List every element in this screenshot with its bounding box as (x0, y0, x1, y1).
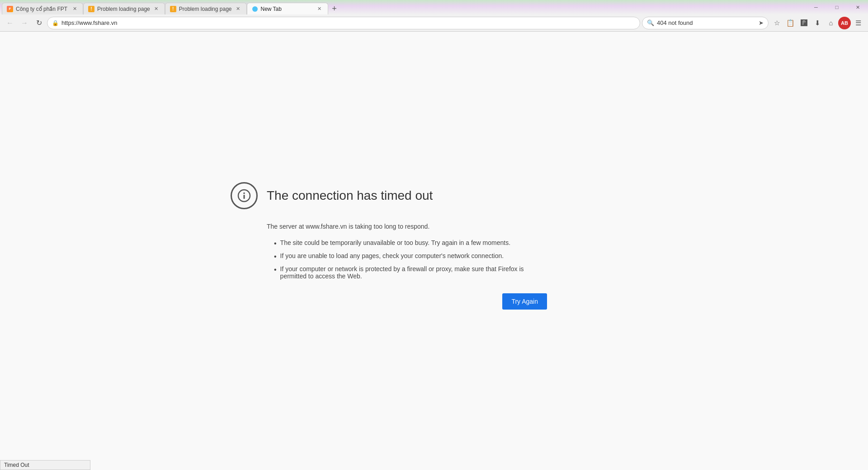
new-tab-button[interactable]: + (328, 3, 341, 14)
status-bar: Timed Out (0, 460, 90, 470)
browser-chrome: F Công ty cổ phần FPT ✕ ! Problem loadin… (0, 0, 868, 32)
lock-icon: 🔒 (52, 20, 59, 26)
tab-fpt-label: Công ty cổ phần FPT (16, 6, 68, 12)
list-item: If your computer or network is protected… (274, 265, 547, 280)
minimize-button[interactable]: ─ (806, 0, 826, 14)
status-text: Timed Out (4, 462, 29, 468)
list-item-text-3: If your computer or network is protected… (280, 265, 547, 280)
list-item: The site could be temporarily unavailabl… (274, 239, 547, 248)
warning-icon-2: ! (170, 6, 176, 12)
download-button[interactable]: ⬇ (811, 17, 824, 29)
warning-icon-1: ! (88, 6, 94, 12)
toolbar-right: ☆ 📋 🅿 ⬇ ⌂ AB ☰ (770, 17, 864, 29)
error-list: The site could be temporarily unavailabl… (231, 239, 547, 280)
try-again-button[interactable]: Try Again (502, 293, 547, 310)
close-button[interactable]: ✕ (847, 0, 868, 14)
fpt-icon: F (7, 6, 13, 12)
list-item-text-2: If you are unable to load any pages, che… (280, 252, 504, 259)
page-content: The connection has timed out The server … (0, 32, 868, 460)
tab-problem1[interactable]: ! Problem loading page ✕ (83, 3, 165, 14)
search-go-button[interactable]: ➤ (759, 19, 764, 26)
svg-point-0 (252, 6, 258, 12)
svg-rect-2 (244, 195, 245, 199)
reading-list-button[interactable]: 📋 (784, 17, 797, 29)
adblock-button[interactable]: AB (838, 17, 851, 29)
tab-problem2-label: Problem loading page (179, 6, 232, 12)
forward-button[interactable]: → (18, 17, 31, 29)
tab-newtab-close[interactable]: ✕ (316, 5, 323, 13)
info-circle-icon (231, 182, 258, 209)
tab-bar: F Công ty cổ phần FPT ✕ ! Problem loadin… (0, 0, 868, 14)
tab-problem2-close[interactable]: ✕ (235, 5, 242, 13)
toolbar: ← → ↻ 🔒 🔍 ➤ ☆ 📋 🅿 ⬇ ⌂ AB ☰ (0, 14, 868, 32)
back-button[interactable]: ← (4, 17, 16, 29)
bookmark-star-button[interactable]: ☆ (770, 17, 783, 29)
error-header: The connection has timed out (231, 182, 547, 209)
pocket-button[interactable]: 🅿 (797, 17, 810, 29)
try-again-row: Try Again (231, 293, 547, 310)
reload-button[interactable]: ↻ (33, 17, 45, 29)
home-button[interactable]: ⌂ (825, 17, 837, 29)
address-bar[interactable] (61, 19, 635, 26)
error-container: The connection has timed out The server … (231, 164, 547, 328)
maximize-button[interactable]: □ (826, 0, 847, 14)
tab-fpt[interactable]: F Công ty cổ phần FPT ✕ (2, 3, 83, 14)
list-item-text-1: The site could be temporarily unavailabl… (280, 239, 510, 246)
address-bar-container: 🔒 (47, 17, 640, 29)
newtab-icon (252, 6, 258, 12)
list-item: If you are unable to load any pages, che… (274, 252, 547, 261)
tab-problem2[interactable]: ! Problem loading page ✕ (165, 3, 247, 14)
menu-button[interactable]: ☰ (852, 17, 864, 29)
search-icon: 🔍 (647, 19, 654, 26)
tab-fpt-close[interactable]: ✕ (71, 5, 78, 13)
tab-newtab[interactable]: New Tab ✕ (247, 3, 328, 14)
search-input[interactable] (657, 19, 756, 26)
error-title: The connection has timed out (267, 188, 433, 203)
search-bar-container: 🔍 ➤ (642, 17, 769, 29)
tab-problem1-label: Problem loading page (97, 6, 150, 12)
error-description: The server at www.fshare.vn is taking to… (231, 223, 547, 230)
tab-newtab-label: New Tab (261, 6, 313, 12)
svg-point-3 (243, 193, 245, 194)
tab-problem1-close[interactable]: ✕ (153, 5, 160, 13)
window-controls: ─ □ ✕ (806, 0, 868, 14)
